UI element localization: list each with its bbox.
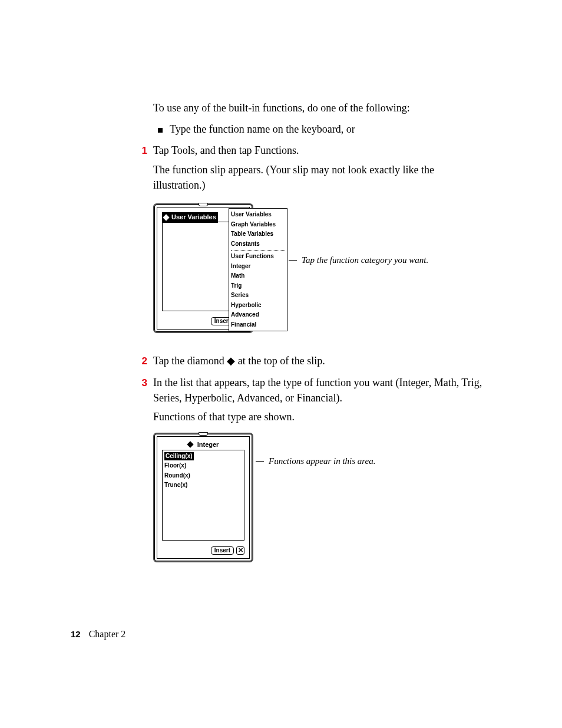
insert-button[interactable]: Insert: [211, 546, 234, 555]
close-button[interactable]: ✕: [236, 546, 244, 555]
document-page: To use any of the built-in functions, do…: [0, 0, 562, 728]
menu-item[interactable]: Financial: [231, 320, 285, 330]
menu-item[interactable]: Trig: [231, 281, 285, 291]
step-1-row: 1 Tap Tools, and then tap Functions.: [135, 143, 483, 159]
menu-item[interactable]: Constants: [231, 239, 285, 249]
step-number-1: 1: [135, 144, 153, 159]
list-item[interactable]: Round(x): [164, 471, 242, 481]
diamond-icon: [187, 441, 193, 447]
bullet-text: Type the function name on the keyboard, …: [170, 121, 355, 137]
menu-item[interactable]: User Functions: [231, 252, 285, 262]
list-item[interactable]: Floor(x): [164, 461, 242, 471]
slip-inner: Integer Ceiling(x) Floor(x) Round(x) Tru…: [157, 436, 250, 559]
chapter-label: Chapter 2: [89, 629, 126, 640]
step-number-2: 2: [135, 354, 153, 369]
list-item[interactable]: Trunc(x): [164, 480, 242, 490]
step-number-3: 3: [135, 376, 153, 391]
step-1-text: Tap Tools, and then tap Functions.: [153, 143, 483, 158]
page-footer: 12 Chapter 2: [71, 629, 125, 640]
menu-item[interactable]: Hyperbolic: [231, 301, 285, 311]
slip-grip-icon: [199, 432, 208, 436]
slip-header-label: Integer: [197, 441, 219, 448]
page-number: 12: [71, 629, 81, 639]
integer-slip-window: Integer Ceiling(x) Floor(x) Round(x) Tru…: [153, 433, 253, 562]
callout-text: Functions appear in this area.: [269, 455, 376, 468]
menu-item[interactable]: Graph Variables: [231, 220, 285, 230]
step-2-row: 2 Tap the diamond ◆ at the top of the sl…: [135, 353, 483, 369]
step-2-text: Tap the diamond ◆ at the top of the slip…: [153, 353, 483, 368]
figure-callout: Tap the function category you want.: [289, 254, 428, 267]
slip-header-label: User Variables: [171, 213, 216, 222]
menu-item[interactable]: Advanced: [231, 310, 285, 320]
diamond-icon: [163, 214, 169, 220]
step-3-text: In the list that appears, tap the type o…: [153, 375, 483, 406]
callout-text: Tap the function category you want.: [302, 254, 428, 267]
menu-item[interactable]: User Variables: [231, 210, 285, 220]
menu-item[interactable]: Table Variables: [231, 229, 285, 239]
figure-callout: Functions appear in this area.: [256, 455, 376, 468]
step-1-followup: The function slip appears. (Your slip ma…: [153, 162, 483, 193]
selected-function: Ceiling(x): [164, 452, 194, 461]
callout-line-icon: [256, 461, 264, 462]
menu-item[interactable]: Integer: [231, 262, 285, 272]
list-item[interactable]: Ceiling(x): [164, 452, 242, 462]
menu-item[interactable]: Series: [231, 291, 285, 301]
menu-divider: [231, 250, 285, 251]
menu-item[interactable]: Math: [231, 271, 285, 281]
figure-function-slip: User Variables Insert ✕ User Variables G…: [153, 203, 483, 339]
figure-integer-slip: Integer Ceiling(x) Floor(x) Round(x) Tru…: [153, 433, 483, 567]
slip-category-selector[interactable]: Integer: [157, 440, 249, 450]
slip-grip-icon: [199, 203, 208, 206]
step-3-followup: Functions of that type are shown.: [153, 409, 483, 424]
intro-text: To use any of the built-in functions, do…: [153, 100, 483, 116]
body-column: To use any of the built-in functions, do…: [153, 100, 483, 567]
callout-line-icon: [289, 260, 297, 261]
slip-footer: Insert ✕: [211, 546, 244, 555]
square-bullet-icon: [158, 128, 163, 133]
function-listbox[interactable]: Ceiling(x) Floor(x) Round(x) Trunc(x): [162, 450, 244, 541]
category-dropdown-menu[interactable]: User Variables Graph Variables Table Var…: [229, 208, 287, 331]
bullet-item: Type the function name on the keyboard, …: [153, 121, 483, 137]
step-3-row: 3 In the list that appears, tap the type…: [135, 375, 483, 406]
